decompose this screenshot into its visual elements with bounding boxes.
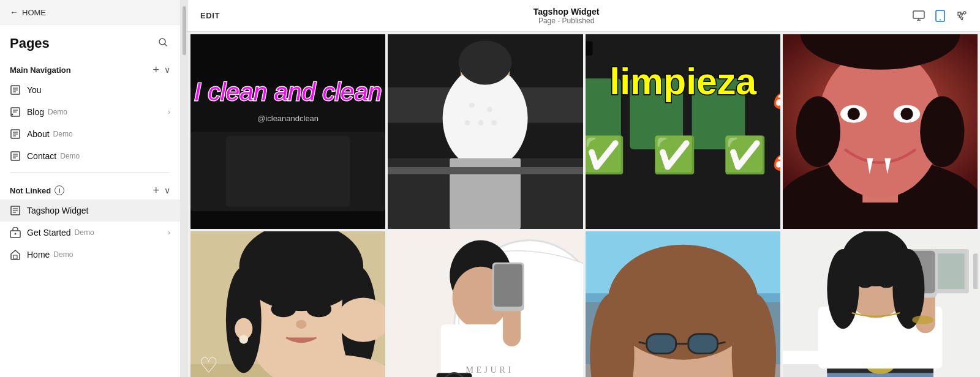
svg-point-75 (847, 108, 859, 120)
collapse-not-linked-button[interactable]: ∨ (164, 186, 170, 195)
add-main-nav-button[interactable]: + (153, 64, 159, 75)
grid-cell-8[interactable]: 📹 (783, 231, 978, 377)
nav-item-you[interactable]: You (0, 79, 180, 101)
svg-text:🍄: 🍄 (771, 91, 780, 121)
cell-4-visual (783, 34, 978, 229)
svg-point-145 (878, 277, 894, 288)
grid-cell-3[interactable]: limpieza limpieza ✅ ✅ ✅ TikTok 🍄 🍄 (586, 34, 780, 229)
page-icon-blog (10, 106, 21, 118)
scroll-strip[interactable] (181, 0, 188, 377)
nav-item-you-label: You (27, 85, 42, 95)
mobile-view-button[interactable] (935, 10, 946, 22)
grid-cell-2[interactable] (388, 34, 582, 229)
cell-6-visual: MEJURI (388, 231, 582, 377)
nav-item-getstarted-chevron: › (168, 228, 170, 237)
svg-rect-25 (913, 11, 924, 18)
svg-point-91 (307, 302, 332, 318)
not-linked-controls: + ∨ (153, 185, 170, 196)
svg-rect-34 (226, 136, 350, 207)
back-home-link[interactable]: ← HOME (0, 0, 180, 25)
grid-cell-4[interactable] (783, 34, 978, 229)
nav-item-blog-label: Blog (27, 107, 44, 117)
svg-point-90 (271, 302, 296, 318)
grid-cell-1[interactable]: I clean and clean I clean and clean @icl… (190, 34, 385, 229)
svg-point-9 (12, 114, 13, 116)
page-icon-getstarted (10, 227, 21, 238)
svg-point-30 (963, 12, 966, 14)
main-navigation-section-header: Main Navigation + ∨ (0, 57, 180, 79)
nav-item-getstarted-demo: Demo (75, 228, 94, 237)
cell-7-visual: 📷 (586, 231, 780, 377)
nav-item-getstarted[interactable]: Get Started Demo › (0, 222, 180, 244)
nav-item-contact[interactable]: Contact Demo (0, 145, 180, 167)
topbar: EDIT Tagshop Widget Page - Published (188, 0, 980, 32)
page-icon-tagshop (10, 205, 21, 216)
svg-point-48 (465, 120, 470, 125)
nav-item-blog[interactable]: Blog Demo › (0, 101, 180, 123)
not-linked-header-group: Not Linked i (10, 185, 64, 195)
svg-text:I clean and clean: I clean and clean (194, 78, 382, 106)
search-button[interactable] (156, 35, 170, 52)
svg-text:🍄: 🍄 (771, 152, 780, 182)
svg-point-70 (796, 96, 840, 167)
svg-point-23 (15, 233, 17, 235)
svg-point-29 (940, 19, 941, 20)
desktop-view-button[interactable] (913, 10, 925, 22)
topbar-icons (913, 10, 968, 22)
svg-text:limpieza: limpieza (609, 61, 757, 102)
mobile-icon (935, 10, 946, 22)
main-content: EDIT Tagshop Widget Page - Published (188, 0, 980, 377)
svg-line-1 (165, 44, 167, 47)
topbar-center: Tagshop Widget Page - Published (533, 7, 600, 25)
grid-cell-5[interactable]: ♡ ✦ ✦ · 📹 (190, 231, 385, 377)
share-icon (956, 10, 968, 22)
nav-item-blog-chevron: › (168, 108, 170, 116)
svg-text:♡: ♡ (199, 354, 218, 377)
svg-point-71 (920, 96, 964, 167)
svg-rect-103 (494, 264, 522, 307)
scroll-thumb (183, 6, 186, 55)
svg-rect-51 (388, 167, 582, 174)
page-icon-about (10, 129, 21, 140)
svg-point-143 (912, 316, 933, 324)
not-linked-title: Not Linked (10, 186, 51, 195)
nav-item-blog-demo: Demo (48, 108, 67, 116)
add-not-linked-button[interactable]: + (153, 185, 159, 196)
sidebar-divider (10, 172, 170, 173)
grid-cell-6[interactable]: MEJURI (388, 231, 582, 377)
cell-1-visual: I clean and clean I clean and clean @icl… (190, 34, 385, 229)
nav-item-getstarted-label: Get Started (27, 228, 71, 237)
cell-3-visual: limpieza limpieza ✅ ✅ ✅ TikTok 🍄 🍄 (586, 34, 780, 229)
share-button[interactable] (956, 10, 968, 22)
svg-point-89 (239, 335, 248, 344)
svg-point-47 (492, 120, 497, 125)
svg-rect-129 (973, 253, 978, 289)
back-home-label: HOME (22, 8, 46, 17)
pages-title: Pages (10, 35, 50, 51)
cell-8-visual: 📹 (783, 231, 978, 377)
not-linked-section-header: Not Linked i + ∨ (0, 177, 180, 200)
svg-text:✅: ✅ (723, 134, 767, 176)
nav-item-contact-label: Contact (27, 151, 56, 161)
main-navigation-title: Main Navigation (10, 65, 71, 75)
svg-text:MEJURI: MEJURI (466, 365, 513, 375)
nav-item-about-demo: Demo (53, 130, 73, 138)
svg-text:📷: 📷 (667, 372, 698, 377)
svg-point-76 (900, 108, 913, 120)
collapse-main-nav-button[interactable]: ∨ (164, 65, 170, 74)
nav-item-home[interactable]: Home Demo (0, 244, 180, 266)
svg-rect-130 (938, 253, 964, 289)
grid-cell-7[interactable]: 📷 (586, 231, 780, 377)
search-icon (158, 37, 168, 47)
cell-5-visual: ♡ ✦ ✦ · 📹 (190, 231, 385, 377)
nav-item-contact-demo: Demo (60, 152, 80, 160)
svg-text:@icleanandclean: @icleanandclean (257, 114, 318, 123)
nav-item-home-demo: Demo (53, 250, 73, 259)
back-arrow-icon: ← (10, 7, 18, 17)
topbar-page-name: Tagshop Widget (533, 7, 600, 17)
not-linked-info-icon[interactable]: i (55, 185, 64, 195)
svg-point-141 (827, 249, 859, 329)
nav-item-tagshop[interactable]: Tagshop Widget (0, 200, 180, 222)
svg-point-45 (487, 107, 492, 113)
nav-item-about[interactable]: About Demo (0, 123, 180, 145)
